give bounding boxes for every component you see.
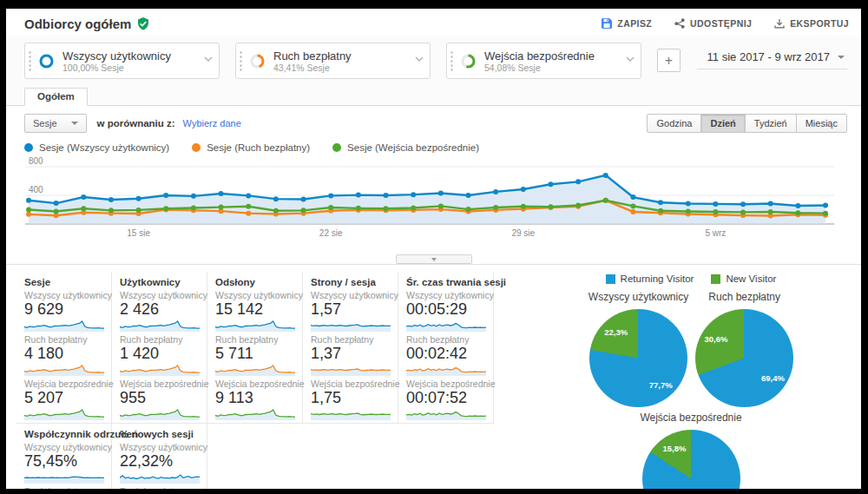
segment-card-organic-traffic[interactable]: Ruch bezpłatny 43,41% Sesje xyxy=(235,43,431,79)
sparkline xyxy=(24,471,108,484)
sparkline xyxy=(24,319,108,332)
metric-value: 75,45% xyxy=(24,452,108,471)
drag-handle-icon[interactable] xyxy=(239,50,243,73)
svg-text:800: 800 xyxy=(29,156,43,166)
metric-segment-label: Wszyscy użytkownicy xyxy=(120,442,203,452)
metric-card: Śr. czas trwania sesjiWszyscy użytkownic… xyxy=(398,272,494,424)
sparkline xyxy=(406,408,490,420)
pie-figure: Ruch bezpłatny69,4%30,6% xyxy=(695,287,793,407)
metric-segment-label: Wejścia bezpośrednie xyxy=(215,379,299,389)
granularity-button-group: Godzina Dzień Tydzień Miesiąc xyxy=(647,114,847,133)
app-window: Odbiorcy ogółem ZAPISZ UDOSTĘPNIJ xyxy=(6,9,861,489)
pie-legend: Returning Visitor New Visitor xyxy=(528,273,854,284)
metric-value: 955 xyxy=(120,389,203,407)
verified-shield-icon xyxy=(137,17,149,30)
metric-segment-label: Ruch bezpłatny xyxy=(120,334,203,345)
legend-label: Sesje (Wszyscy użytkownicy) xyxy=(39,142,169,153)
share-button[interactable]: UDOSTĘPNIJ xyxy=(674,18,752,29)
chevron-down-icon[interactable] xyxy=(204,49,213,65)
segment-card-all-users[interactable]: Wszyscy użytkownicy 100,00% Sesje xyxy=(24,43,220,79)
segment-card-direct-traffic[interactable]: Wejścia bezpośrednie 54,08% Sesje xyxy=(446,43,641,79)
metric-title[interactable]: Użytkownicy xyxy=(120,277,203,287)
metric-title[interactable]: Odsłony xyxy=(215,277,299,287)
pie-chart[interactable]: 84,2%15,8% xyxy=(642,430,740,489)
metric-title[interactable]: Współczynnik odrzuceń xyxy=(24,429,108,439)
metric-value: 22,32% xyxy=(120,452,203,471)
date-range-label: 11 sie 2017 - 9 wrz 2017 xyxy=(707,50,830,63)
sparkline xyxy=(406,319,490,332)
save-icon xyxy=(602,18,612,29)
pie-legend-new[interactable]: New Visitor xyxy=(711,273,776,284)
metric-value: 9 629 xyxy=(24,300,108,319)
chevron-down-icon[interactable] xyxy=(626,49,635,65)
report-header: Odbiorcy ogółem ZAPISZ UDOSTĘPNIJ xyxy=(6,9,861,36)
pie-slice-label: 22,3% xyxy=(604,326,628,336)
drag-handle-icon[interactable] xyxy=(28,50,32,73)
sparkline xyxy=(120,319,203,332)
tab-overview[interactable]: Ogółem xyxy=(24,88,88,106)
metric-value: 9 113 xyxy=(215,389,299,407)
export-button[interactable]: EKSPORTUJ xyxy=(774,18,849,29)
share-label: UDOSTĘPNIJ xyxy=(690,18,752,29)
legend-item-organic[interactable]: Sesje (Ruch bezpłatny) xyxy=(192,142,310,153)
metric-card: % nowych sesjiWszyscy użytkownicy22,32%R… xyxy=(112,424,207,489)
svg-text:22 sie: 22 sie xyxy=(319,228,343,238)
segment-title: Wszyscy użytkownicy xyxy=(62,49,171,63)
chevron-down-icon[interactable] xyxy=(415,49,424,65)
sparkline xyxy=(311,408,394,420)
pie-legend-returning[interactable]: Returning Visitor xyxy=(606,273,694,284)
summary-section: SesjeWszyscy użytkownicy9 629Ruch bezpła… xyxy=(6,265,861,489)
metric-title[interactable]: Śr. czas trwania sesji xyxy=(406,277,490,287)
metric-segment-label: Wszyscy użytkownicy xyxy=(406,290,490,300)
granularity-month-button[interactable]: Miesiąc xyxy=(797,114,847,133)
sparkline xyxy=(215,408,299,420)
metric-segment-label: Ruch bezpłatny xyxy=(311,334,394,345)
date-range-selector[interactable]: 11 sie 2017 - 9 wrz 2017 xyxy=(697,50,847,69)
svg-text:400: 400 xyxy=(29,185,43,194)
metric-segment-label: Wejścia bezpośrednie xyxy=(120,379,203,389)
pie-chart[interactable]: 77,7%22,3% xyxy=(589,309,687,407)
metric-segment-label: Wejścia bezpośrednie xyxy=(406,379,490,389)
legend-swatch-icon xyxy=(711,274,720,284)
metric-card: SesjeWszyscy użytkownicy9 629Ruch bezpła… xyxy=(16,272,112,424)
segment-subtitle: 100,00% Sesje xyxy=(62,63,171,73)
svg-text:29 sie: 29 sie xyxy=(511,228,535,238)
metric-segment-label: Wszyscy użytkownicy xyxy=(215,290,299,300)
legend-label: Sesje (Ruch bezpłatny) xyxy=(207,142,310,153)
granularity-day-button[interactable]: Dzień xyxy=(701,114,745,133)
granularity-week-button[interactable]: Tydzień xyxy=(746,114,797,133)
metric-title[interactable]: Sesje xyxy=(24,277,108,287)
pie-chart[interactable]: 69,4%30,6% xyxy=(695,309,793,407)
sparkline xyxy=(24,408,108,420)
sparkline xyxy=(311,364,394,376)
segment-title: Ruch bezpłatny xyxy=(273,49,352,63)
compare-data-link[interactable]: Wybierz dane xyxy=(183,118,241,128)
save-button[interactable]: ZAPISZ xyxy=(602,18,652,29)
metric-select-dropdown[interactable]: Sesje xyxy=(24,114,87,133)
caret-down-icon xyxy=(431,258,437,261)
chart-divider xyxy=(6,254,861,265)
metric-segment-label: Wszyscy użytkownicy xyxy=(311,290,394,300)
metric-value: 00:07:52 xyxy=(406,389,490,407)
segments-bar: Wszyscy użytkownicy 100,00% Sesje Ruch b… xyxy=(6,36,861,87)
metric-segment-label: Ruch bezpłatny xyxy=(406,334,490,345)
metric-value: 1,37 xyxy=(311,345,394,363)
metric-title[interactable]: % nowych sesji xyxy=(120,429,203,439)
legend-item-all-users[interactable]: Sesje (Wszyscy użytkownicy) xyxy=(24,142,169,153)
metric-value: 00:02:42 xyxy=(406,345,490,363)
legend-label: Sesje (Wejścia bezpośrednie) xyxy=(347,142,479,153)
caret-down-icon xyxy=(838,56,845,59)
chart-collapse-handle[interactable] xyxy=(396,254,472,264)
sessions-timeseries-chart[interactable]: 40080015 sie22 sie29 sie5 wrz xyxy=(6,154,861,254)
add-segment-button[interactable]: + xyxy=(657,49,681,72)
metric-segment-label: Wszyscy użytkownicy xyxy=(24,442,108,452)
metric-segment-label: Wejścia bezpośrednie xyxy=(311,379,394,389)
legend-swatch-icon xyxy=(606,274,615,284)
metric-title[interactable]: Strony / sesja xyxy=(311,277,394,287)
svg-text:15 sie: 15 sie xyxy=(127,228,150,238)
legend-item-direct[interactable]: Sesje (Wejścia bezpośrednie) xyxy=(332,142,479,153)
metric-value: 15 142 xyxy=(215,300,299,319)
granularity-hour-button[interactable]: Godzina xyxy=(647,114,701,133)
drag-handle-icon[interactable] xyxy=(450,50,454,73)
export-label: EKSPORTUJ xyxy=(790,18,849,29)
